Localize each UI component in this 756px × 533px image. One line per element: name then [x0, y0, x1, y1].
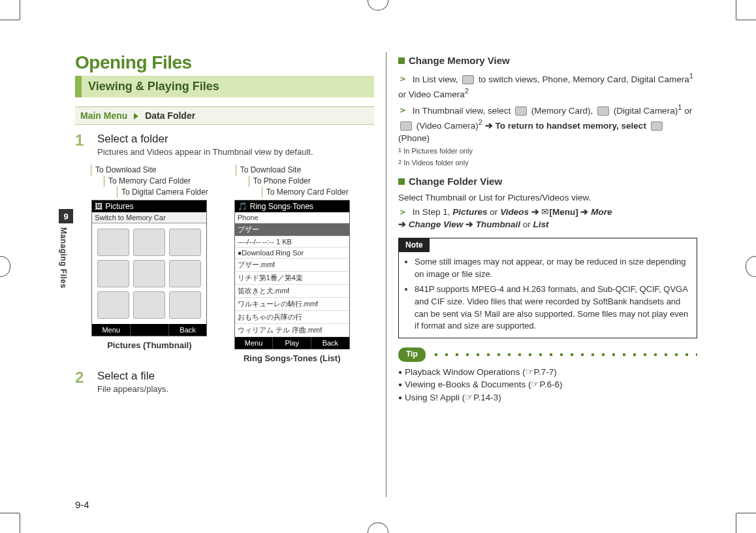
thumb-cell — [169, 260, 201, 287]
crop-mark — [368, 0, 388, 10]
tip-list: Playback Window Operations (☞P.7-7) View… — [398, 366, 697, 404]
list-row: おもちゃの兵隊の行 — [235, 311, 349, 324]
softkey-right: Back — [169, 324, 207, 336]
thumb-cell — [97, 291, 129, 319]
menu-path: Main Menu Data Folder — [75, 106, 374, 125]
note-label: Note — [399, 238, 430, 252]
step-number: 1 — [75, 131, 89, 157]
video-camera-icon — [400, 121, 412, 131]
body-line: ＞ In List view, to switch views, Phone, … — [398, 71, 697, 101]
crop-mark — [736, 0, 736, 20]
callout: To Memory Card Folder — [104, 176, 208, 187]
crop-mark — [368, 523, 388, 533]
subsection-head: Change Memory View — [398, 54, 697, 68]
list-row: ワルキューレの騎行.mmf — [235, 298, 349, 311]
section-heading: Viewing & Playing Files — [75, 76, 374, 97]
crop-mark — [20, 513, 20, 533]
callouts-right: To Download Site To Phone Folder To Memo… — [236, 165, 349, 197]
crop-mark — [736, 513, 736, 533]
crop-mark — [736, 513, 756, 513]
step-sub: File appears/plays. — [97, 384, 168, 394]
step-number: 2 — [75, 368, 89, 394]
callouts-left: To Download Site To Memory Card Folder T… — [91, 165, 208, 197]
list-row: ウィリアム テル 序曲.mmf — [235, 324, 349, 337]
thumb-cell — [97, 229, 129, 256]
square-bullet-icon — [398, 178, 405, 185]
nav-key-icon — [462, 75, 474, 84]
list-row: ●Download Ring Sor — [235, 248, 349, 259]
note-item: Some still images may not appear, or may… — [415, 256, 690, 281]
crop-mark — [0, 20, 20, 20]
callout: To Memory Card Folder — [262, 187, 349, 198]
list-row: リチド第1番／第4楽 — [235, 272, 349, 285]
phone-screenshot-list: 🎵Ring Songs·Tones Phone ブザー ----/--/-- -… — [234, 200, 350, 349]
tip-header: Tip — [398, 347, 697, 361]
body-line: ＞ In Step 1, Pictures or Videos ➔ ✉[Menu… — [398, 206, 697, 231]
screenshot-caption: Ring Songs·Tones (List) — [244, 353, 341, 363]
crop-mark — [0, 513, 20, 513]
callout: To Download Site — [91, 165, 208, 176]
phone-icon — [651, 121, 663, 131]
footnote: 1 In Pictures folder only — [398, 146, 697, 157]
tip-item: Using S! Appli (☞P.14-3) — [398, 391, 697, 404]
thumb-cell — [133, 291, 165, 319]
callout: To Digital Camera Folder — [117, 187, 208, 198]
folder-icon: 🎵 — [238, 202, 247, 211]
list-row: 笛吹きと犬.mmf — [235, 285, 349, 298]
tip-item: Playback Window Operations (☞P.7-7) — [398, 366, 697, 379]
list-row: ----/--/-- --:-- 1 KB — [235, 236, 349, 248]
screenshots: To Download Site To Memory Card Folder T… — [91, 165, 374, 363]
footnote: 2 In Videos folder only — [398, 158, 697, 169]
left-column: Opening Files Viewing & Playing Files Ma… — [75, 52, 374, 497]
screenshot-caption: Pictures (Thumbnail) — [107, 340, 191, 350]
chapter-number: 9 — [59, 209, 73, 223]
step-head: Select a file — [97, 370, 168, 383]
thumb-cell — [169, 291, 201, 319]
menu-root: Main Menu — [80, 110, 127, 121]
crop-mark — [736, 20, 756, 20]
step-head: Select a folder — [97, 133, 313, 146]
step-1: 1 Select a folder Pictures and Videos ap… — [75, 131, 374, 157]
screen-title: Pictures — [105, 202, 133, 211]
step-sub: Pictures and Videos appear in Thumbnail … — [97, 147, 313, 157]
thumb-cell — [133, 229, 165, 256]
tip-item: Viewing e-Books & Documents (☞P.6-6) — [398, 378, 697, 391]
memory-card-icon — [515, 106, 527, 116]
chevron-icon: ＞ — [398, 105, 407, 115]
right-column: Change Memory View ＞ In List view, to sw… — [398, 52, 697, 497]
chevron-icon: ＞ — [398, 74, 407, 84]
softkey-right: Back — [311, 337, 349, 349]
menu-leaf: Data Folder — [145, 110, 195, 121]
screen-subbar: Switch to Memory Car — [92, 212, 206, 223]
callout: To Download Site — [236, 165, 349, 176]
list-row: ブザー — [235, 223, 349, 236]
list-row: ブザー.mmf — [235, 259, 349, 272]
thumb-cell — [169, 229, 201, 256]
folder-icon: 🖼 — [95, 202, 102, 211]
note-box: Note Some still images may not appear, o… — [398, 238, 697, 338]
screen-title: Ring Songs·Tones — [250, 202, 313, 211]
page-title: Opening Files — [75, 52, 374, 73]
softkey-mid: Play — [273, 337, 311, 349]
thumb-cell — [133, 260, 165, 287]
manual-page: 9 Managing Files Opening Files Viewing &… — [0, 0, 756, 533]
crop-mark — [746, 256, 756, 277]
callout: To Phone Folder — [249, 176, 349, 187]
crop-mark — [0, 256, 10, 277]
chapter-label: Managing Files — [59, 227, 68, 289]
mail-key-icon: ✉ — [541, 207, 549, 217]
dot-leader — [431, 353, 697, 357]
crop-mark — [20, 0, 20, 20]
softkey-left: Menu — [235, 337, 274, 349]
note-item: 841P supports MPEG-4 and H.263 formats, … — [415, 283, 690, 332]
list-row: Phone — [235, 212, 349, 223]
softkey-left: Menu — [92, 324, 131, 336]
thumb-cell — [97, 260, 129, 287]
chevron-icon: ＞ — [398, 207, 407, 217]
subsection-head: Change Folder View — [398, 174, 697, 189]
page-number: 9-4 — [75, 499, 89, 510]
phone-screenshot-thumbnail: 🖼Pictures Switch to Memory Car — [91, 200, 207, 336]
chapter-tab: 9 Managing Files — [59, 209, 73, 289]
step-2: 2 Select a file File appears/plays. — [75, 368, 374, 394]
tip-label: Tip — [398, 347, 426, 361]
